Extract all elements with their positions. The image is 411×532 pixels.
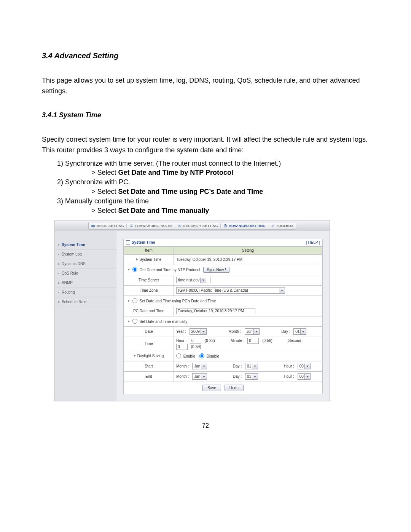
tab-advanced-setting[interactable]: ADVANCED SETTING xyxy=(221,224,268,228)
dls-start-hour-select[interactable]: 00 xyxy=(298,363,311,369)
pc-datetime-field[interactable]: Tuesday, October 19, 2010 3:29:17 PM xyxy=(176,308,255,314)
subsection-heading: 3.4.1 System Time xyxy=(42,111,369,119)
row-date-label: Date xyxy=(124,326,174,337)
row-timezone-value: (GMT-08:00) Pacific Time (US & Canada) xyxy=(174,285,322,296)
tab-security-setting[interactable]: SECURITY SETTING xyxy=(175,224,221,228)
chevron-down-icon xyxy=(201,364,207,369)
tab-bar: BASIC SETTING FORWARDING RULES SECURITY … xyxy=(55,220,330,231)
page-number: 72 xyxy=(42,422,369,429)
hour-input[interactable]: 0 xyxy=(190,338,201,344)
globe-icon xyxy=(223,224,228,228)
section-heading: 3.4 Advanced Setting xyxy=(42,51,369,60)
sidebar-item-qos-rule[interactable]: QoS Rule xyxy=(55,269,116,278)
chevron-down-icon xyxy=(253,329,259,334)
chevron-right-icon xyxy=(128,268,130,271)
sidebar-item-dynamic-dns[interactable]: Dynamic DNS xyxy=(55,259,116,269)
list-item-2: 2) Synchronize with PC. xyxy=(57,177,369,188)
undo-button[interactable]: Undo xyxy=(225,385,244,391)
row-dls-label: Daylight Saving xyxy=(124,351,174,361)
radio-dls-disable[interactable] xyxy=(199,353,204,358)
sidebar-item-routing[interactable]: Routing xyxy=(55,288,116,297)
chevron-right-icon xyxy=(136,258,138,260)
tab-toolbox[interactable]: TOOLBOX xyxy=(268,224,296,228)
chevron-down-icon xyxy=(304,374,310,379)
content-area: System Time [ HELP ] Item Setting System… xyxy=(116,231,330,401)
list-item-3-sub: > Select Set Date and Time manually xyxy=(91,207,369,215)
panel-title: System Time xyxy=(132,240,155,244)
list-item-3: 3) Manually configure the time xyxy=(57,196,369,207)
row-timeserver-value: time.nist.gov xyxy=(174,275,322,285)
timezone-select[interactable]: (GMT-08:00) Pacific Time (US & Canada) xyxy=(176,287,285,294)
list-item-2-sub: > Select Set Date and Time using PC’s Da… xyxy=(91,188,369,196)
chevron-down-icon xyxy=(252,364,258,369)
help-link[interactable]: [ HELP ] xyxy=(306,240,320,244)
row-time-label: Time xyxy=(124,337,174,351)
sidebar-item-system-log[interactable]: System Log xyxy=(55,250,116,259)
sidebar: System Time System Log Dynamic DNS QoS R… xyxy=(55,231,116,401)
row-timeserver-label: Time Server xyxy=(124,275,174,285)
sync-now-button[interactable]: Sync Now ! xyxy=(203,267,229,273)
minute-input[interactable]: 0 xyxy=(247,338,259,344)
dls-end-hour-select[interactable]: 00 xyxy=(298,373,311,380)
chevron-down-icon xyxy=(279,288,285,293)
chevron-down-icon xyxy=(200,278,206,283)
row-opt-ntp: Get Date and Time by NTP Protocol Sync N… xyxy=(124,265,322,275)
sidebar-item-snmp[interactable]: SNMP xyxy=(55,278,116,288)
swap-icon xyxy=(129,224,134,228)
tools-icon xyxy=(271,224,275,228)
year-select[interactable]: 2009 xyxy=(190,328,207,335)
sidebar-item-system-time[interactable]: System Time xyxy=(55,240,116,250)
row-dls-start-fields: Month : Jan Day : 01 Hour : 00 xyxy=(174,361,322,371)
row-date-fields: Year : 2009 Month : Jun Day : 01 xyxy=(174,326,322,337)
dls-end-day-select[interactable]: 01 xyxy=(245,373,258,380)
row-dls-end-label: End xyxy=(124,371,174,382)
radio-ntp[interactable] xyxy=(132,267,137,272)
svg-point-1 xyxy=(179,225,180,226)
chevron-right-icon xyxy=(134,355,136,357)
action-row: Save Undo xyxy=(124,382,322,394)
row-dls-start-label: Start xyxy=(124,361,174,371)
row-dls-end-fields: Month : Jan Day : 01 Hour : 00 xyxy=(174,371,322,382)
timeserver-select[interactable]: time.nist.gov xyxy=(176,277,210,283)
sidebar-item-schedule-rule[interactable]: Schedule Rule xyxy=(55,297,116,307)
dls-start-day-select[interactable]: 01 xyxy=(245,363,258,369)
row-pctime-label: PC Date and Time xyxy=(124,306,174,316)
row-dls-options: Enable Disable xyxy=(174,351,322,361)
save-button[interactable]: Save xyxy=(202,385,221,391)
chevron-right-icon xyxy=(128,320,130,323)
list-item-1: 1) Synchronize with time server. (The ro… xyxy=(57,158,369,169)
subsection-intro: Specify correct system time for your rou… xyxy=(42,134,369,156)
chevron-down-icon xyxy=(201,374,207,379)
folder-icon xyxy=(91,224,96,228)
dls-end-month-select[interactable]: Jan xyxy=(192,373,207,380)
second-input[interactable]: 0 xyxy=(176,344,188,350)
col-item: Item xyxy=(124,246,174,254)
row-pctime-value: Tuesday, October 19, 2010 3:29:17 PM xyxy=(174,306,322,316)
day-select[interactable]: 01 xyxy=(293,328,306,335)
row-timezone-label: Time Zone xyxy=(124,285,174,296)
chevron-right-icon xyxy=(128,300,130,302)
radio-dls-enable[interactable] xyxy=(176,353,181,358)
chevron-down-icon xyxy=(201,329,206,334)
chevron-down-icon xyxy=(252,374,258,379)
list-item-1-sub: > Select Get Date and Time by NTP Protoc… xyxy=(91,169,369,177)
row-time-fields: Hour : 0 (0-23) Minute : 0 (0-59) Second… xyxy=(174,337,322,351)
dls-start-month-select[interactable]: Jan xyxy=(192,363,207,369)
row-systime-value: Tuesday, October 19, 2010 2:29:17 PM xyxy=(174,254,322,265)
row-systime-label: System Time xyxy=(124,254,174,265)
section-intro: This page allows you to set up system ti… xyxy=(42,75,369,97)
radio-pc[interactable] xyxy=(132,298,137,303)
router-screenshot: BASIC SETTING FORWARDING RULES SECURITY … xyxy=(54,220,330,401)
chevron-down-icon xyxy=(300,329,306,334)
row-opt-pc: Set Date and Time using PC's Date and Ti… xyxy=(124,296,322,306)
square-icon xyxy=(126,240,130,244)
chevron-down-icon xyxy=(304,364,310,369)
tab-forwarding-rules[interactable]: FORWARDING RULES xyxy=(127,224,175,228)
radio-manual[interactable] xyxy=(132,319,137,324)
col-setting: Setting xyxy=(174,246,322,254)
eye-icon xyxy=(177,224,182,228)
month-select[interactable]: Jun xyxy=(245,328,260,335)
tab-basic-setting[interactable]: BASIC SETTING xyxy=(89,224,127,228)
row-opt-manual: Set Date and Time manually xyxy=(124,316,322,326)
